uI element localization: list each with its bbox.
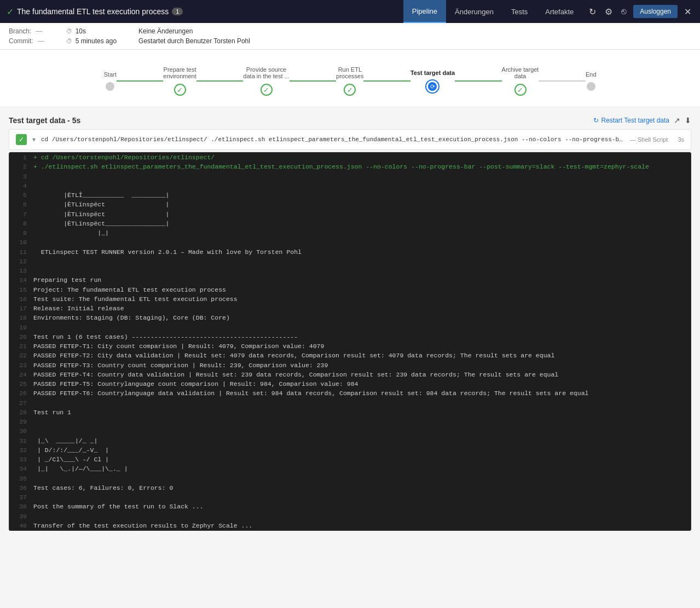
step-prepare[interactable]: Prepare testenvironment ✓ [163, 66, 196, 96]
line-content: |ÈTLïnspëct | [33, 200, 686, 209]
page-title: The fundamental ETL test execution proce… [17, 7, 169, 16]
step-source-data[interactable]: Provide sourcedata in the test ... ✓ [243, 66, 289, 96]
line-content: |_| [33, 228, 686, 238]
line-6 [539, 80, 586, 82]
step-end: End [586, 71, 597, 91]
step-test-target[interactable]: Test target data ⟳ [410, 70, 455, 92]
step-end-circle [587, 82, 595, 91]
changes-value: Keine Änderungen [138, 27, 193, 35]
step-etl-circle: ✓ [344, 84, 356, 96]
line-number: 23 [14, 361, 33, 370]
terminal-line: 12 [9, 257, 691, 266]
meta-status: Keine Änderungen Gestartet durch Benutze… [138, 27, 250, 45]
line-content: |ÈTLïnspëct | [33, 210, 686, 219]
step-archive[interactable]: Archive targetdata ✓ [502, 66, 539, 96]
line-content: Test run 1 (6 test cases) --------------… [33, 332, 686, 341]
line-number: 7 [14, 210, 33, 219]
terminal-line: 37 [9, 493, 691, 502]
step-prepare-label: Prepare testenvironment [163, 66, 196, 79]
nav-artefakte[interactable]: Artefakte [536, 0, 582, 23]
line-number: 17 [14, 304, 33, 313]
expand-icon[interactable]: ▾ [32, 136, 36, 143]
meta-branch-commit: Branch: — Commit: — [9, 27, 44, 45]
terminal-line: 13 [9, 266, 691, 275]
branch-label: Branch: [9, 27, 31, 35]
terminal-line: 39 [9, 512, 691, 521]
step-archive-circle: ✓ [514, 84, 527, 96]
line-content: Transfer of the test execution results t… [33, 521, 686, 530]
step-source-circle: ✓ [261, 84, 273, 96]
job-command: cd /Users/torstenpohl/Repositories/etlin… [41, 136, 624, 143]
line-content: |_\ _____|/_ _| [33, 436, 686, 445]
job-row[interactable]: ✓ ▾ cd /Users/torstenpohl/Repositories/e… [9, 129, 691, 150]
line-number: 19 [14, 323, 33, 332]
terminal-line: 32 | D/:/:/___/_-V_ | [9, 445, 691, 455]
duration-row: ⏱ 10s [66, 27, 117, 35]
refresh-button[interactable]: ↻ [587, 4, 598, 19]
external-link-button[interactable]: ↗ [674, 116, 680, 125]
terminal-line: 27 [9, 398, 691, 408]
line-number: 14 [14, 275, 33, 285]
line-content: PASSED FETEP-T5: Countrylanguage count c… [33, 379, 686, 389]
restart-button[interactable]: ↻ Restart Test target data [593, 117, 669, 124]
line-content: |ËTLÎ___________ _________| [33, 190, 686, 200]
step-start-label: Start [104, 71, 117, 78]
step-test-label: Test target data [410, 70, 455, 76]
step-archive-label: Archive targetdata [502, 66, 539, 79]
line-number: 36 [14, 483, 33, 493]
nav-pipeline[interactable]: Pipeline [403, 0, 446, 23]
download-button[interactable]: ⬇ [685, 116, 691, 125]
changes-row: Keine Änderungen [138, 27, 250, 35]
terminal-line: 35 [9, 474, 691, 483]
step-run-etl[interactable]: Run ETLprocesses ✓ [336, 66, 363, 96]
line-number: 3 [14, 172, 33, 181]
logout-button[interactable]: Ausloggen [633, 5, 678, 18]
line-number: 39 [14, 512, 33, 521]
step-end-label: End [586, 71, 597, 78]
nav-aenderungen[interactable]: Änderungen [446, 0, 502, 23]
line-number: 28 [14, 408, 33, 417]
line-number: 40 [14, 521, 33, 530]
line-content: PASSED FETEP-T4: Country data validation… [33, 370, 686, 379]
line-number: 25 [14, 379, 33, 389]
terminal-line: 26PASSED FETEP-T6: Countrylanguage data … [9, 389, 691, 398]
terminal-line: 16Test suite: The fundamental ETL test e… [9, 294, 691, 304]
commit-row: Commit: — [9, 37, 44, 45]
terminal-line: 24PASSED FETEP-T4: Country data validati… [9, 370, 691, 379]
terminal-line: 2+ ./etlinspect.sh etlinspect_parameters… [9, 162, 691, 171]
line-number: 8 [14, 219, 33, 228]
line-content: ETLinspect TEST RUNNER version 2.0.1 – M… [33, 247, 686, 257]
line-number: 27 [14, 398, 33, 408]
line-number: 5 [14, 190, 33, 200]
top-bar: ✓ The fundamental ETL test execution pro… [0, 0, 700, 23]
line-content [33, 172, 686, 181]
line-number: 13 [14, 266, 33, 275]
terminal-line: 15Project: The fundamental ETL test exec… [9, 285, 691, 294]
line-number: 4 [14, 181, 33, 190]
terminal-line: 7 |ÈTLïnspëct | [9, 210, 691, 219]
nav-tests[interactable]: Tests [502, 0, 536, 23]
stage-actions: ↻ Restart Test target data ↗ ⬇ [593, 116, 691, 125]
line-content: Post the summary of the test run to Slac… [33, 502, 686, 511]
started-by-row: Gestartet durch Benutzer Torsten Pohl [138, 37, 250, 45]
step-source-label: Provide sourcedata in the test ... [243, 66, 289, 79]
settings-button[interactable]: ⚙ [603, 4, 615, 19]
line-content: PASSED FETEP-T2: City data validation | … [33, 351, 686, 360]
line-number: 31 [14, 436, 33, 445]
close-button[interactable]: ✕ [682, 4, 693, 19]
started-by-value: Gestartet durch Benutzer Torsten Pohl [138, 37, 250, 45]
share-button[interactable]: ⎋ [619, 4, 629, 19]
terminal-output[interactable]: 1+ cd /Users/torstenpohl/Repositories/et… [9, 152, 691, 531]
line-content [33, 238, 686, 247]
commit-label: Commit: [9, 37, 33, 45]
terminal-line: 1+ cd /Users/torstenpohl/Repositories/et… [9, 153, 691, 162]
terminal-line: 34 |_| \_.|/—/\___|\_._ | [9, 464, 691, 473]
terminal-line: 29 [9, 417, 691, 426]
steps-container: Start Prepare testenvironment ✓ Provide … [104, 66, 597, 96]
terminal-line: 4 [9, 181, 691, 190]
step-etl-label: Run ETLprocesses [336, 66, 363, 79]
line-number: 29 [14, 417, 33, 426]
line-number: 20 [14, 332, 33, 341]
line-content: + ./etlinspect.sh etlinspect_parameters_… [33, 162, 686, 171]
line-content [33, 257, 686, 266]
